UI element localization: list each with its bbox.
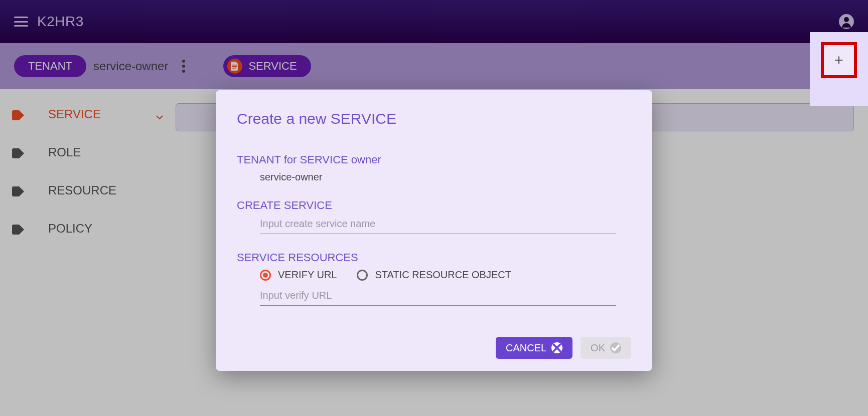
dialog-actions: CANCEL OK [237, 337, 631, 359]
add-service-highlight: + [810, 32, 868, 106]
plus-icon: + [834, 52, 843, 69]
resources-section-label: SERVICE RESOURCES [237, 251, 631, 264]
cancel-button-label: CANCEL [506, 342, 546, 354]
radio-label: STATIC RESOURCE OBJECT [375, 269, 511, 281]
create-section-label: CREATE SERVICE [237, 199, 631, 212]
tenant-value: service-owner [260, 171, 631, 183]
service-name-input[interactable] [260, 216, 616, 234]
create-service-dialog: Create a new SERVICE TENANT for SERVICE … [216, 90, 652, 371]
ok-button[interactable]: OK [581, 337, 631, 359]
tenant-section-label: TENANT for SERVICE owner [237, 153, 631, 166]
ok-button-label: OK [591, 342, 605, 354]
radio-icon [260, 270, 271, 281]
resource-type-radio-group: VERIFY URL STATIC RESOURCE OBJECT [260, 269, 631, 281]
verify-url-input[interactable] [260, 288, 616, 306]
add-service-button[interactable]: + [821, 42, 857, 78]
close-icon [551, 342, 562, 353]
check-icon [610, 342, 621, 353]
radio-static-resource[interactable]: STATIC RESOURCE OBJECT [357, 269, 511, 281]
radio-icon [357, 270, 368, 281]
dialog-title: Create a new SERVICE [237, 110, 631, 127]
radio-label: VERIFY URL [278, 269, 337, 281]
radio-verify-url[interactable]: VERIFY URL [260, 269, 337, 281]
cancel-button[interactable]: CANCEL [496, 337, 572, 359]
